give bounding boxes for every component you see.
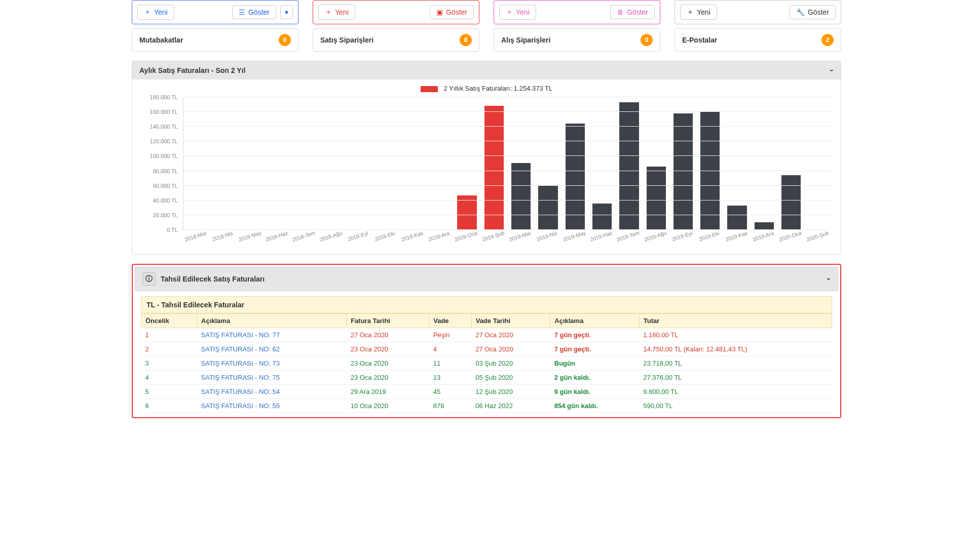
- plus-icon: ＋: [144, 8, 151, 17]
- bar[interactable]: [566, 124, 585, 230]
- table-row: 3SATIŞ FATURASI - NO: 7323 Oca 20201103 …: [141, 356, 832, 371]
- invoice-link[interactable]: SATIŞ FATURASI - NO: 73: [197, 356, 347, 371]
- x-label: 2018-May: [236, 229, 267, 254]
- new-label: Yeni: [697, 8, 710, 16]
- x-label: 2019-Mar: [506, 229, 537, 254]
- chart-panel: Aylık Satış Faturaları - Son 2 Yıl › 2 Y…: [132, 61, 841, 255]
- bar[interactable]: [673, 113, 693, 230]
- cell-due: 4: [429, 342, 471, 356]
- invoice-link[interactable]: SATIŞ FATURASI - NO: 62: [197, 342, 347, 356]
- y-tick: 0 TL: [139, 227, 178, 233]
- new-button[interactable]: ＋ Yeni: [680, 5, 717, 20]
- x-label: 2019-Nis: [533, 229, 564, 254]
- table-header: Açıklama: [550, 314, 639, 328]
- receivables-panel-title: Tahsil Edilecek Satış Faturaları: [161, 275, 265, 283]
- bar[interactable]: [592, 204, 612, 230]
- summary-card-alis-siparisleri[interactable]: Alış Siparişleri 0: [494, 28, 660, 52]
- plus-icon: ＋: [506, 8, 513, 17]
- show-button[interactable]: ▣ Göster: [430, 5, 474, 19]
- x-label: 2019-Haz: [587, 229, 618, 254]
- invoice-link[interactable]: SATIŞ FATURASI - NO: 54: [197, 385, 347, 399]
- invoice-link[interactable]: SATIŞ FATURASI - NO: 55: [197, 399, 347, 413]
- cell-priority: 5: [141, 385, 197, 399]
- bar[interactable]: [619, 102, 639, 230]
- cell-due: Peşin: [429, 328, 471, 342]
- dropdown-toggle[interactable]: ▾: [280, 5, 293, 19]
- receivables-panel-header[interactable]: ⓘ Tahsil Edilecek Satış Faturaları ›: [135, 267, 838, 291]
- cell-due: 45: [429, 385, 471, 399]
- x-label: 2019-Eyl: [668, 229, 699, 254]
- cell-priority: 2: [141, 342, 197, 356]
- panel-gray: ＋ Yeni 🔧 Göster: [675, 0, 841, 24]
- count-badge: 0: [279, 34, 291, 46]
- count-badge: 8: [460, 34, 472, 46]
- x-label: 2019-Eki: [695, 229, 726, 254]
- wrench-icon: 🔧: [796, 8, 805, 16]
- cell-date: 23 Oca 2020: [347, 371, 429, 385]
- cell-status: 7 gün geçti.: [550, 328, 639, 342]
- y-tick: 80.000 TL: [139, 168, 178, 174]
- show-label: Göster: [248, 8, 270, 16]
- cell-due-date: 27 Oca 2020: [471, 328, 550, 342]
- y-tick: 40.000 TL: [139, 197, 178, 204]
- table-row: 5SATIŞ FATURASI - NO: 5429 Ara 20194512 …: [141, 385, 832, 399]
- cell-status: 9 gün kaldı.: [550, 385, 639, 399]
- new-label: Yeni: [335, 8, 349, 16]
- new-label: Yeni: [154, 8, 168, 16]
- new-button[interactable]: ＋ Yeni: [137, 5, 174, 20]
- bar-chart: 0 TL20.000 TL40.000 TL60.000 TL80.000 TL…: [139, 95, 834, 247]
- bar[interactable]: [781, 175, 801, 230]
- new-button[interactable]: ＋ Yeni: [499, 5, 536, 20]
- bar[interactable]: [755, 222, 774, 230]
- y-tick: 180.000 TL: [139, 94, 178, 100]
- table-row: 1SATIŞ FATURASI - NO: 7727 Oca 2020Peşin…: [141, 328, 832, 342]
- x-label: 2019-Oca: [452, 229, 483, 254]
- summary-title: Mutabakatlar: [139, 36, 183, 44]
- summary-card-satis-siparisleri[interactable]: Satış Siparişleri 8: [313, 28, 479, 52]
- table-header: Vade Tarihi: [471, 314, 550, 328]
- cell-due-date: 12 Şub 2020: [471, 385, 550, 399]
- bar[interactable]: [538, 186, 557, 230]
- summary-card-epostalar[interactable]: E-Postalar 2: [675, 28, 841, 52]
- new-button[interactable]: ＋ Yeni: [318, 5, 355, 20]
- bar[interactable]: [727, 206, 746, 230]
- chart-panel-header[interactable]: Aylık Satış Faturaları - Son 2 Yıl ›: [132, 61, 841, 79]
- show-button[interactable]: ☰ Göster: [232, 5, 276, 19]
- chevron-down-icon: ›: [829, 69, 837, 72]
- x-label: 2018-Eyl: [344, 229, 375, 254]
- summary-card-mutabakatlar[interactable]: Mutabakatlar 0: [132, 28, 298, 52]
- summary-title: E-Postalar: [682, 36, 717, 44]
- x-label: 2019-May: [560, 229, 591, 254]
- y-tick: 160.000 TL: [139, 109, 178, 115]
- cell-status: 7 gün geçti.: [550, 342, 639, 356]
- bar[interactable]: [484, 106, 504, 230]
- show-label: Göster: [808, 8, 829, 16]
- count-badge: 2: [821, 34, 834, 46]
- show-button[interactable]: 🗎 Göster: [610, 5, 655, 19]
- invoice-link[interactable]: SATIŞ FATURASI - NO: 75: [197, 371, 347, 385]
- invoice-link[interactable]: SATIŞ FATURASI - NO: 77: [197, 328, 347, 342]
- x-label: 2018-Mar: [182, 229, 213, 254]
- receivables-table-title: TL - Tahsil Edilecek Faturalar: [141, 296, 832, 313]
- cell-due-date: 27 Oca 2020: [471, 342, 550, 356]
- table-header: Tutar: [639, 314, 832, 328]
- bar[interactable]: [647, 167, 666, 230]
- x-label: 2020-Oca: [776, 229, 807, 254]
- receivables-table: ÖncelikAçıklamaFatura TarihiVadeVade Tar…: [141, 313, 832, 413]
- table-row: 2SATIŞ FATURASI - NO: 6223 Oca 2020427 O…: [141, 342, 832, 356]
- panel-red: ＋ Yeni ▣ Göster: [313, 0, 479, 24]
- x-label: 2019-Şub: [479, 229, 510, 254]
- y-tick: 120.000 TL: [139, 138, 178, 144]
- x-label: 2018-Nis: [209, 229, 240, 254]
- x-label: 2018-Ara: [425, 229, 456, 254]
- table-row: 4SATIŞ FATURASI - NO: 7523 Oca 20201305 …: [141, 371, 832, 385]
- show-button[interactable]: 🔧 Göster: [790, 5, 836, 19]
- cell-status: 854 gün kaldı.: [550, 399, 639, 413]
- cell-amount: 14.750,00 TL (Kalan: 12.481,43 TL): [639, 342, 832, 356]
- bar[interactable]: [511, 163, 531, 230]
- cell-date: 27 Oca 2020: [347, 328, 429, 342]
- bar[interactable]: [457, 195, 476, 230]
- cell-status: Bugün: [550, 356, 639, 371]
- x-label: 2019-Tem: [614, 229, 645, 254]
- cell-due: 13: [429, 371, 471, 385]
